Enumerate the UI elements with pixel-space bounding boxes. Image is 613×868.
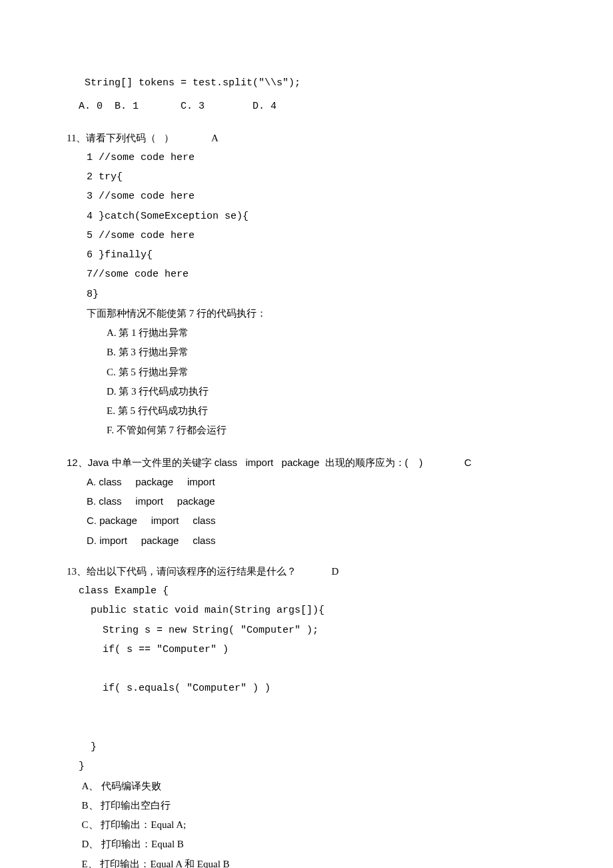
question-title: 13、给出以下代码，请问该程序的运行结果是什么？ D [67,562,546,581]
code-line: } [67,757,546,776]
option: D、 打印输出：Equal B [82,835,547,854]
option: D. import package class [87,531,546,550]
options-line: A. 0 B. 1 C. 3 D. 4 [67,97,546,116]
code-line: 7//some code here [87,265,546,284]
code-line [67,699,546,718]
option: B. 第 3 行抛出异常 [107,343,546,362]
code-line: 8} [87,285,546,304]
option: A、 代码编译失败 [82,777,547,796]
code-line: 5 //some code here [87,226,546,245]
code-line: 1 //some code here [87,148,546,167]
option: C、 打印输出：Equal A; [82,815,547,835]
code-line: 4 }catch(SomeException se){ [87,207,546,226]
option: F. 不管如何第 7 行都会运行 [107,421,546,440]
question-prompt: 下面那种情况不能使第 7 行的代码执行： [87,304,546,323]
option: D. 第 3 行代码成功执行 [107,382,546,401]
option: A. class package import [87,472,546,491]
option: C. package import class [87,511,546,530]
code-line: 6 }finally{ [87,245,546,265]
option: A. 第 1 行抛出异常 [107,323,546,343]
option: B. class import package [87,491,546,511]
question-13: 13、给出以下代码，请问该程序的运行结果是什么？ D class Example… [67,562,546,868]
code-line: 3 //some code here [87,187,546,206]
option: E. 第 5 行代码成功执行 [107,401,546,421]
question-12: 12、Java 中单一文件里的关键字 class import package … [67,453,546,550]
code-line: class Example { [67,581,546,601]
option: C. 第 5 行抛出异常 [107,363,546,382]
code-line: public static void main(String args[]){ [67,601,546,620]
code-line: } [67,737,546,757]
code-line [67,659,546,679]
question-title: 11、请看下列代码（ ） A [67,129,546,148]
option: E、 打印输出：Equal A 和 Equal B [82,855,547,869]
option: B、 打印输出空白行 [82,796,547,815]
question-11: 11、请看下列代码（ ） A 1 //some code here 2 try{… [67,129,546,441]
code-line: String s = new String( "Computer" ); [67,621,546,640]
question-title: 12、Java 中单一文件里的关键字 class import package … [67,453,546,472]
code-line: String[] tokens = test.split("\\s"); [67,73,546,93]
code-line: if( s.equals( "Computer" ) ) [67,679,546,698]
document-page: String[] tokens = test.split("\\s"); A. … [0,0,613,868]
code-line: if( s == "Computer" ) [67,640,546,659]
code-line [67,718,546,737]
code-line: 2 try{ [87,167,546,187]
